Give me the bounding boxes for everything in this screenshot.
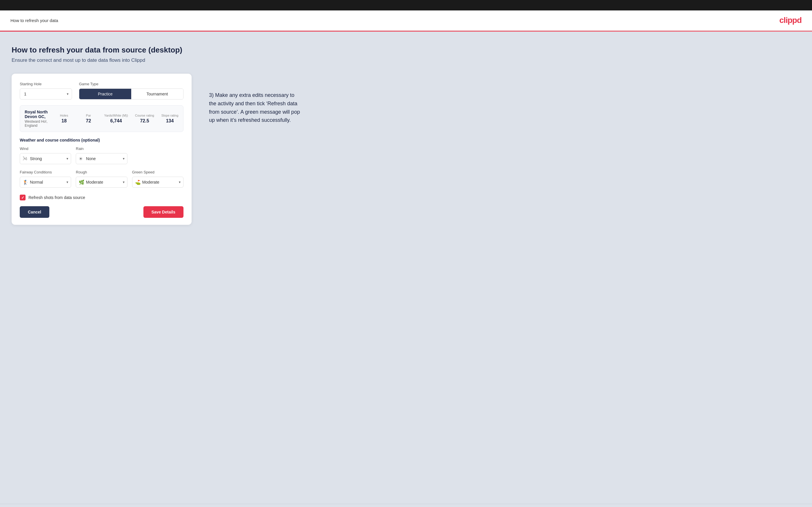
logo: clippd <box>779 16 802 25</box>
page-subtitle: Ensure the correct and most up to date d… <box>12 57 800 63</box>
conditions-title: Weather and course conditions (optional) <box>20 138 184 143</box>
holes-stat: Holes 18 <box>55 114 73 123</box>
tournament-button[interactable]: Tournament <box>131 89 183 99</box>
course-name: Royal North Devon GC, <box>25 110 48 119</box>
course-row: Royal North Devon GC, Westward Ho!, Engl… <box>20 105 184 132</box>
form-actions: Cancel Save Details <box>20 206 184 218</box>
header-title: How to refresh your data <box>10 18 58 23</box>
header: How to refresh your data clippd <box>0 10 812 31</box>
green-speed-select[interactable]: Moderate Fast Slow <box>132 177 184 188</box>
fairway-select-wrapper: 🏌 Normal Soft Hard ▾ <box>20 177 71 188</box>
content-area: Starting Hole 1 10 ▾ Game Type Practice … <box>12 74 800 225</box>
par-label: Par <box>86 114 91 117</box>
rough-select[interactable]: Moderate Light Heavy <box>76 177 127 188</box>
game-type-toggle: Practice Tournament <box>79 89 184 100</box>
yards-stat: Yards/White (M)) 6,744 <box>104 114 128 123</box>
fairway-label: Fairway Conditions <box>20 170 71 174</box>
holes-label: Holes <box>60 114 68 117</box>
game-type-label: Game Type <box>79 82 184 86</box>
save-button[interactable]: Save Details <box>143 206 184 218</box>
instruction-panel: 3) Make any extra edits necessary to the… <box>209 74 302 124</box>
page-title: How to refresh your data from source (de… <box>12 46 800 55</box>
green-speed-group: Green Speed ⛳ Moderate Fast Slow ▾ <box>132 170 184 188</box>
conditions-row-2: Fairway Conditions 🏌 Normal Soft Hard ▾ … <box>20 170 184 188</box>
rain-label: Rain <box>76 147 127 151</box>
conditions-spacer <box>132 147 184 164</box>
form-row-top: Starting Hole 1 10 ▾ Game Type Practice … <box>20 82 184 100</box>
rough-select-wrapper: 🌿 Moderate Light Heavy ▾ <box>76 177 127 188</box>
holes-value: 18 <box>61 118 67 123</box>
refresh-checkbox[interactable]: ✓ <box>20 194 26 201</box>
par-value: 72 <box>86 118 91 123</box>
starting-hole-label: Starting Hole <box>20 82 72 86</box>
conditions-row-1: Wind 🌬 Strong Light None ▾ Rain ☀ <box>20 147 184 164</box>
course-info: Royal North Devon GC, Westward Ho!, Engl… <box>25 110 48 128</box>
refresh-label: Refresh shots from data source <box>29 195 85 200</box>
top-bar <box>0 0 812 10</box>
instruction-text: 3) Make any extra edits necessary to the… <box>209 91 302 124</box>
cancel-button[interactable]: Cancel <box>20 206 49 218</box>
starting-hole-group: Starting Hole 1 10 ▾ <box>20 82 72 100</box>
footer: Copyright Clippd 2022 <box>0 504 812 507</box>
wind-group: Wind 🌬 Strong Light None ▾ <box>20 147 71 164</box>
wind-select-wrapper: 🌬 Strong Light None ▾ <box>20 153 71 164</box>
check-icon: ✓ <box>21 195 24 200</box>
par-stat: Par 72 <box>80 114 97 123</box>
refresh-checkbox-row: ✓ Refresh shots from data source <box>20 194 184 201</box>
main-content: How to refresh your data from source (de… <box>0 32 812 504</box>
yards-label: Yards/White (M)) <box>104 114 128 117</box>
course-rating-stat: Course rating 72.5 <box>135 114 154 123</box>
yards-value: 6,744 <box>110 118 122 123</box>
form-card: Starting Hole 1 10 ▾ Game Type Practice … <box>12 74 192 225</box>
fairway-group: Fairway Conditions 🏌 Normal Soft Hard ▾ <box>20 170 71 188</box>
practice-button[interactable]: Practice <box>79 89 131 99</box>
wind-select[interactable]: Strong Light None <box>20 153 71 164</box>
rain-select[interactable]: None Light Heavy <box>76 153 127 164</box>
slope-rating-stat: Slope rating 134 <box>161 114 179 123</box>
starting-hole-select[interactable]: 1 10 <box>20 89 72 100</box>
course-rating-value: 72.5 <box>140 118 149 123</box>
fairway-select[interactable]: Normal Soft Hard <box>20 177 71 188</box>
green-speed-label: Green Speed <box>132 170 184 174</box>
rough-label: Rough <box>76 170 127 174</box>
rain-select-wrapper: ☀ None Light Heavy ▾ <box>76 153 127 164</box>
rain-group: Rain ☀ None Light Heavy ▾ <box>76 147 127 164</box>
slope-rating-label: Slope rating <box>161 114 179 117</box>
wind-label: Wind <box>20 147 71 151</box>
starting-hole-select-wrapper: 1 10 ▾ <box>20 89 72 100</box>
green-speed-select-wrapper: ⛳ Moderate Fast Slow ▾ <box>132 177 184 188</box>
rough-group: Rough 🌿 Moderate Light Heavy ▾ <box>76 170 127 188</box>
course-rating-label: Course rating <box>135 114 154 117</box>
game-type-group: Game Type Practice Tournament <box>79 82 184 100</box>
course-location: Westward Ho!, England <box>25 119 48 128</box>
slope-rating-value: 134 <box>166 118 174 123</box>
